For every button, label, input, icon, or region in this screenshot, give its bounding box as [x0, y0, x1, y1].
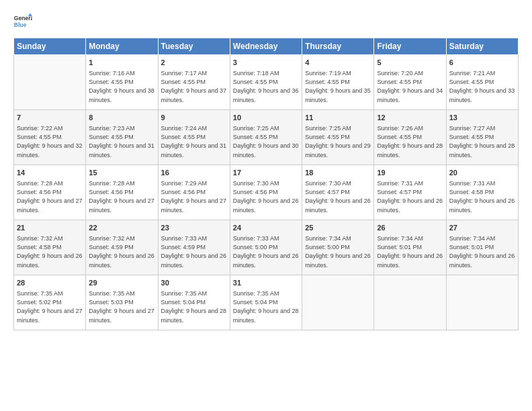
day-number: 4 — [305, 58, 371, 68]
calendar-cell: 30Sunrise: 7:35 AMSunset: 5:04 PMDayligh… — [158, 275, 230, 330]
calendar-cell: 6Sunrise: 7:21 AMSunset: 4:55 PMDaylight… — [446, 55, 518, 110]
day-info: Sunrise: 7:34 AMSunset: 5:01 PMDaylight:… — [449, 234, 515, 269]
calendar-cell: 13Sunrise: 7:27 AMSunset: 4:55 PMDayligh… — [446, 110, 518, 165]
calendar-cell: 1Sunrise: 7:16 AMSunset: 4:55 PMDaylight… — [86, 55, 158, 110]
day-info: Sunrise: 7:24 AMSunset: 4:55 PMDaylight:… — [161, 124, 227, 159]
calendar-cell: 20Sunrise: 7:31 AMSunset: 4:58 PMDayligh… — [446, 165, 518, 220]
calendar-cell: 19Sunrise: 7:31 AMSunset: 4:57 PMDayligh… — [374, 165, 446, 220]
day-info: Sunrise: 7:26 AMSunset: 4:55 PMDaylight:… — [377, 124, 443, 159]
day-number: 18 — [305, 168, 371, 178]
week-row-5: 28Sunrise: 7:35 AMSunset: 5:02 PMDayligh… — [14, 275, 519, 330]
calendar-cell: 2Sunrise: 7:17 AMSunset: 4:55 PMDaylight… — [158, 55, 230, 110]
day-number: 8 — [89, 113, 154, 123]
day-info: Sunrise: 7:33 AMSunset: 5:00 PMDaylight:… — [233, 234, 299, 269]
calendar-cell: 29Sunrise: 7:35 AMSunset: 5:03 PMDayligh… — [86, 275, 158, 330]
calendar-cell: 22Sunrise: 7:32 AMSunset: 4:59 PMDayligh… — [86, 220, 158, 275]
calendar-cell: 23Sunrise: 7:33 AMSunset: 4:59 PMDayligh… — [158, 220, 230, 275]
week-row-1: 1Sunrise: 7:16 AMSunset: 4:55 PMDaylight… — [14, 55, 519, 110]
weekday-header-thursday: Thursday — [302, 38, 374, 55]
day-info: Sunrise: 7:32 AMSunset: 4:59 PMDaylight:… — [89, 234, 154, 269]
day-info: Sunrise: 7:35 AMSunset: 5:04 PMDaylight:… — [161, 289, 227, 324]
day-info: Sunrise: 7:30 AMSunset: 4:56 PMDaylight:… — [233, 179, 299, 214]
calendar-cell: 3Sunrise: 7:18 AMSunset: 4:55 PMDaylight… — [230, 55, 302, 110]
day-info: Sunrise: 7:31 AMSunset: 4:57 PMDaylight:… — [377, 179, 443, 214]
day-info: Sunrise: 7:33 AMSunset: 4:59 PMDaylight:… — [161, 234, 227, 269]
calendar-cell: 4Sunrise: 7:19 AMSunset: 4:55 PMDaylight… — [302, 55, 374, 110]
svg-text:Blue: Blue — [14, 21, 27, 28]
day-number: 27 — [449, 223, 515, 233]
day-info: Sunrise: 7:28 AMSunset: 4:56 PMDaylight:… — [17, 179, 83, 214]
day-number: 26 — [377, 223, 443, 233]
week-row-4: 21Sunrise: 7:32 AMSunset: 4:58 PMDayligh… — [14, 220, 519, 275]
day-info: Sunrise: 7:22 AMSunset: 4:55 PMDaylight:… — [17, 124, 83, 159]
day-number: 20 — [449, 168, 515, 178]
day-number: 9 — [161, 113, 227, 123]
day-info: Sunrise: 7:19 AMSunset: 4:55 PMDaylight:… — [305, 69, 371, 104]
day-number: 13 — [449, 113, 515, 123]
calendar-page: General Blue SundayMondayTuesdayWednesda… — [0, 0, 532, 411]
day-number: 23 — [161, 223, 227, 233]
day-info: Sunrise: 7:32 AMSunset: 4:58 PMDaylight:… — [17, 234, 83, 269]
calendar-cell: 16Sunrise: 7:29 AMSunset: 4:56 PMDayligh… — [158, 165, 230, 220]
calendar-cell: 11Sunrise: 7:25 AMSunset: 4:55 PMDayligh… — [302, 110, 374, 165]
weekday-header-row: SundayMondayTuesdayWednesdayThursdayFrid… — [14, 38, 519, 55]
weekday-header-wednesday: Wednesday — [230, 38, 302, 55]
week-row-2: 7Sunrise: 7:22 AMSunset: 4:55 PMDaylight… — [14, 110, 519, 165]
day-number: 12 — [377, 113, 443, 123]
weekday-header-sunday: Sunday — [14, 38, 86, 55]
day-number: 2 — [161, 58, 227, 68]
day-number: 1 — [89, 58, 154, 68]
day-info: Sunrise: 7:30 AMSunset: 4:57 PMDaylight:… — [305, 179, 371, 214]
page-header: General Blue — [13, 12, 519, 31]
day-number: 30 — [161, 278, 227, 288]
calendar-table: SundayMondayTuesdayWednesdayThursdayFrid… — [13, 38, 519, 330]
day-info: Sunrise: 7:16 AMSunset: 4:55 PMDaylight:… — [89, 69, 154, 104]
day-info: Sunrise: 7:31 AMSunset: 4:58 PMDaylight:… — [449, 179, 515, 214]
day-number: 19 — [377, 168, 443, 178]
calendar-cell: 24Sunrise: 7:33 AMSunset: 5:00 PMDayligh… — [230, 220, 302, 275]
weekday-header-friday: Friday — [374, 38, 446, 55]
day-info: Sunrise: 7:25 AMSunset: 4:55 PMDaylight:… — [233, 124, 299, 159]
day-info: Sunrise: 7:29 AMSunset: 4:56 PMDaylight:… — [161, 179, 227, 214]
day-number: 29 — [89, 278, 154, 288]
day-info: Sunrise: 7:18 AMSunset: 4:55 PMDaylight:… — [233, 69, 299, 104]
day-number: 3 — [233, 58, 299, 68]
calendar-cell: 8Sunrise: 7:23 AMSunset: 4:55 PMDaylight… — [86, 110, 158, 165]
calendar-cell: 15Sunrise: 7:28 AMSunset: 4:56 PMDayligh… — [86, 165, 158, 220]
week-row-3: 14Sunrise: 7:28 AMSunset: 4:56 PMDayligh… — [14, 165, 519, 220]
day-info: Sunrise: 7:21 AMSunset: 4:55 PMDaylight:… — [449, 69, 515, 104]
calendar-cell: 25Sunrise: 7:34 AMSunset: 5:00 PMDayligh… — [302, 220, 374, 275]
day-number: 22 — [89, 223, 154, 233]
day-info: Sunrise: 7:28 AMSunset: 4:56 PMDaylight:… — [89, 179, 154, 214]
calendar-cell: 5Sunrise: 7:20 AMSunset: 4:55 PMDaylight… — [374, 55, 446, 110]
day-info: Sunrise: 7:35 AMSunset: 5:03 PMDaylight:… — [89, 289, 154, 324]
calendar-cell: 28Sunrise: 7:35 AMSunset: 5:02 PMDayligh… — [14, 275, 86, 330]
day-number: 6 — [449, 58, 515, 68]
day-number: 17 — [233, 168, 299, 178]
day-number: 28 — [17, 278, 83, 288]
calendar-cell: 10Sunrise: 7:25 AMSunset: 4:55 PMDayligh… — [230, 110, 302, 165]
day-info: Sunrise: 7:17 AMSunset: 4:55 PMDaylight:… — [161, 69, 227, 104]
day-number: 14 — [17, 168, 83, 178]
calendar-cell: 9Sunrise: 7:24 AMSunset: 4:55 PMDaylight… — [158, 110, 230, 165]
day-number: 24 — [233, 223, 299, 233]
calendar-cell — [302, 275, 374, 330]
day-number: 31 — [233, 278, 299, 288]
weekday-header-monday: Monday — [86, 38, 158, 55]
logo-icon: General Blue — [13, 12, 32, 31]
day-number: 10 — [233, 113, 299, 123]
day-info: Sunrise: 7:25 AMSunset: 4:55 PMDaylight:… — [305, 124, 371, 159]
day-info: Sunrise: 7:23 AMSunset: 4:55 PMDaylight:… — [89, 124, 154, 159]
day-number: 5 — [377, 58, 443, 68]
day-info: Sunrise: 7:35 AMSunset: 5:02 PMDaylight:… — [17, 289, 83, 324]
logo: General Blue — [13, 12, 32, 31]
weekday-header-saturday: Saturday — [446, 38, 518, 55]
day-number: 16 — [161, 168, 227, 178]
day-info: Sunrise: 7:35 AMSunset: 5:04 PMDaylight:… — [233, 289, 299, 324]
day-info: Sunrise: 7:34 AMSunset: 5:00 PMDaylight:… — [305, 234, 371, 269]
calendar-cell: 17Sunrise: 7:30 AMSunset: 4:56 PMDayligh… — [230, 165, 302, 220]
calendar-cell: 12Sunrise: 7:26 AMSunset: 4:55 PMDayligh… — [374, 110, 446, 165]
day-number: 7 — [17, 113, 83, 123]
calendar-cell: 21Sunrise: 7:32 AMSunset: 4:58 PMDayligh… — [14, 220, 86, 275]
calendar-cell — [374, 275, 446, 330]
